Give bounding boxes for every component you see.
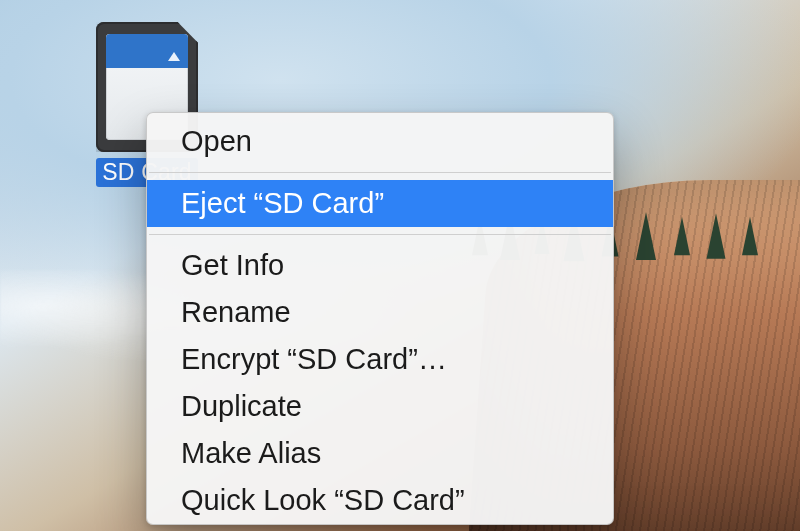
menu-item-duplicate[interactable]: Duplicate (147, 383, 613, 430)
menu-separator (149, 172, 611, 173)
menu-separator (149, 234, 611, 235)
menu-item-make-alias[interactable]: Make Alias (147, 430, 613, 477)
menu-item-rename[interactable]: Rename (147, 289, 613, 336)
menu-item-open[interactable]: Open (147, 118, 613, 165)
context-menu: Open Eject “SD Card” Get Info Rename Enc… (146, 112, 614, 525)
menu-item-eject[interactable]: Eject “SD Card” (147, 180, 613, 227)
menu-item-quick-look[interactable]: Quick Look “SD Card” (147, 477, 613, 524)
menu-item-get-info[interactable]: Get Info (147, 242, 613, 289)
menu-item-encrypt[interactable]: Encrypt “SD Card”… (147, 336, 613, 383)
